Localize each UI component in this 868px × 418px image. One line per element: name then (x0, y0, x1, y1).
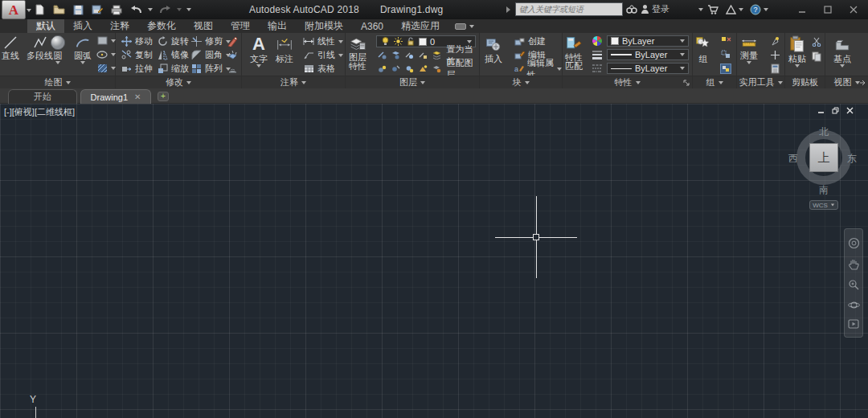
arc-button[interactable]: 圆弧 (74, 35, 92, 64)
tab-manage[interactable]: 管理 (222, 19, 259, 33)
line-button[interactable]: 直线 (2, 35, 19, 60)
showmotion-icon[interactable] (848, 319, 859, 329)
layer-isolate-icon[interactable] (391, 51, 400, 60)
sign-in-control[interactable]: 登录 (641, 2, 669, 16)
help-caret-icon[interactable] (764, 8, 768, 11)
dimension-button[interactable]: 标注 (276, 35, 293, 64)
undo-caret-icon[interactable] (148, 8, 153, 11)
layer-thaw-icon[interactable] (391, 64, 400, 74)
table-button[interactable]: 表格 (303, 63, 335, 75)
app-menu-caret-icon[interactable] (27, 9, 31, 12)
paste-button[interactable]: 粘贴 (788, 35, 806, 68)
rotate-button[interactable]: 旋转 (157, 35, 189, 47)
group-selection-toggle-icon[interactable] (720, 63, 731, 74)
match-properties-button[interactable]: 特性匹配 (565, 35, 583, 71)
redo-caret-icon[interactable] (177, 8, 182, 11)
file-tab-start[interactable]: 开始 (8, 89, 77, 104)
minimize-button[interactable] (789, 0, 815, 19)
layer-unlock-icon[interactable] (378, 64, 387, 74)
layer-properties-button[interactable]: 图层特性 (349, 35, 366, 71)
trim-button[interactable]: 修剪 (190, 35, 231, 47)
search-button[interactable] (626, 2, 637, 16)
tab-a360[interactable]: A360 (352, 19, 392, 33)
viewcube-south[interactable]: 南 (819, 183, 829, 197)
rectangle-button[interactable] (96, 35, 116, 47)
lineweight-list-icon[interactable] (592, 49, 603, 60)
undo-button[interactable] (129, 2, 143, 17)
measure-button[interactable]: 测量 (740, 35, 758, 64)
close-drawing-tab-icon[interactable]: ✕ (134, 92, 141, 101)
ribbon-overflow-icon[interactable] (859, 80, 866, 86)
object-color-dropdown[interactable]: ByLayer (607, 35, 689, 47)
open-file-button[interactable] (51, 2, 66, 17)
doc-minimize-icon[interactable] (817, 107, 825, 114)
save-as-button[interactable] (90, 2, 104, 17)
redo-button[interactable] (158, 2, 172, 17)
insert-block-button[interactable]: 插入 (485, 35, 502, 64)
tab-annotate[interactable]: 注释 (101, 19, 138, 33)
offset-button[interactable] (227, 63, 238, 75)
groups-panel-label[interactable]: 组 (693, 76, 736, 88)
zoom-icon[interactable] (848, 279, 859, 290)
doc-close-icon[interactable] (846, 107, 854, 114)
save-button[interactable] (71, 2, 85, 17)
ribbon-minimize-toggle[interactable] (455, 19, 474, 33)
group-button[interactable]: 组 (695, 35, 711, 64)
array-button[interactable]: 阵列 (190, 63, 231, 75)
quick-calculator-icon[interactable] (769, 63, 780, 74)
search-input[interactable] (519, 5, 619, 14)
tab-parametric[interactable]: 参数化 (138, 19, 185, 33)
linetype-dropdown[interactable]: ByLayer (607, 63, 689, 74)
leader-button[interactable]: 引线 (303, 49, 343, 61)
viewcube-east[interactable]: 东 (847, 152, 857, 166)
hatch-button[interactable] (96, 62, 116, 74)
linear-dim-button[interactable]: 线性 (303, 35, 343, 47)
set-current-icon[interactable] (432, 51, 441, 60)
layer-freeze-tool-icon[interactable] (405, 51, 414, 60)
clipboard-panel-label[interactable]: 剪贴板 (785, 76, 825, 88)
tab-insert[interactable]: 插入 (64, 19, 101, 33)
block-panel-label[interactable]: 块 (480, 76, 562, 88)
cut-icon[interactable] (811, 36, 822, 47)
scale-button[interactable]: 缩放 (157, 63, 189, 75)
layer-on-tool-icon[interactable] (405, 64, 414, 74)
layer-off-icon[interactable] (378, 51, 387, 60)
ungroup-icon[interactable] (720, 35, 731, 47)
layer-lock-tool-icon[interactable] (419, 51, 428, 60)
layers-panel-label[interactable]: 图层 (346, 76, 479, 88)
copy-button[interactable]: 复制 (121, 49, 153, 61)
tab-addins[interactable]: 附加模块 (296, 19, 352, 33)
mirror-button[interactable]: 镜像 (157, 49, 189, 61)
linetype-list-icon[interactable] (592, 63, 603, 74)
close-button[interactable] (841, 0, 866, 19)
signin-caret-icon[interactable] (698, 8, 703, 11)
application-menu-button[interactable]: A (2, 0, 26, 19)
help-button[interactable]: ? (750, 2, 768, 16)
tab-view[interactable]: 视图 (185, 19, 222, 33)
text-button[interactable]: A 文字 (250, 35, 268, 68)
create-block-button[interactable]: 创建 (514, 35, 546, 47)
wcs-menu-button[interactable]: WCS (809, 200, 838, 210)
utilities-panel-label[interactable]: 实用工具 (737, 76, 784, 88)
orbit-icon[interactable] (848, 300, 860, 310)
lineweight-dropdown[interactable]: ByLayer (607, 49, 689, 60)
circle-button[interactable]: 圆 (50, 35, 66, 64)
tab-default[interactable]: 默认 (27, 19, 64, 33)
viewcube-west[interactable]: 西 (788, 152, 798, 166)
app-store-button[interactable] (707, 2, 719, 16)
point-marker-icon[interactable] (769, 49, 780, 60)
pan-icon[interactable] (849, 258, 859, 270)
file-tab-drawing1[interactable]: Drawing1 ✕ (80, 89, 151, 104)
group-edit-icon[interactable] (720, 49, 731, 60)
search-expand-icon[interactable] (506, 6, 510, 13)
view-panel-label[interactable]: 视图 (825, 76, 868, 88)
fillet-button[interactable]: 圆角 (190, 49, 231, 61)
color-wheel-icon[interactable] (592, 35, 603, 47)
layer-merge-icon[interactable] (419, 64, 428, 74)
drawing-canvas[interactable]: [-][俯视][二维线框] 上 北 西 东 南 WCS (0, 104, 868, 418)
base-view-button[interactable]: 基点 (833, 35, 851, 68)
id-point-icon[interactable] (769, 35, 780, 47)
viewport-controls[interactable]: [-][俯视][二维线框] (4, 106, 75, 118)
maximize-button[interactable] (815, 0, 841, 19)
viewcube-top-face[interactable]: 上 (809, 143, 838, 172)
